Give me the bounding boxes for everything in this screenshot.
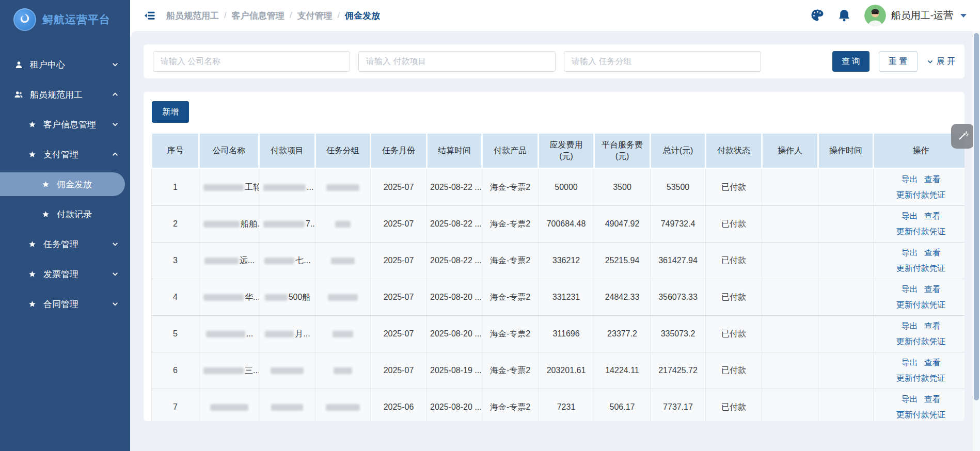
export-link[interactable]: 导出 [902,212,918,220]
cell-op-time [818,169,874,206]
redacted-text [203,294,244,301]
redacted-text [263,221,305,228]
cell-total: 749732.4 [651,206,706,243]
breadcrumb-separator: / [337,10,340,21]
cell-company: 华... [199,279,259,316]
sidebar-item-合同管理[interactable]: 合同管理 [0,292,130,316]
expand-toggle[interactable]: 展 开 [927,56,955,67]
cell-actions: 导出查看更新付款凭证 [874,169,965,206]
cell-settle-time: 2025-08-20 ... [427,316,482,352]
column-header: 总计(元) [651,133,706,169]
app-title: 鲟航运营平台 [42,12,110,27]
scrollbar[interactable] [973,31,980,451]
table-row: 3远...七...2025-072025-08-22 ...海金-专票23362… [152,243,965,279]
cell-payment-item: ... [259,169,315,206]
cell-payable: 311696 [539,316,594,352]
add-button[interactable]: 新增 [152,101,189,123]
sidebar-item-发票管理[interactable]: 发票管理 [0,262,130,286]
view-link[interactable]: 查看 [924,395,941,404]
sidebar-item-label: 租户中心 [30,59,112,71]
redacted-text [271,404,303,411]
view-link[interactable]: 查看 [924,248,941,257]
payment-item-filter-input[interactable] [358,51,556,72]
reset-button[interactable]: 重 置 [879,51,917,72]
breadcrumb-item-船员规范用工[interactable]: 船员规范用工 [166,10,219,22]
star-icon [27,240,37,248]
company-filter-input[interactable] [153,51,350,72]
column-header: 操作人 [762,133,818,169]
export-link[interactable]: 导出 [902,395,918,404]
redacted-text [203,184,244,191]
bell-icon[interactable] [837,9,851,22]
column-header: 付款项目 [259,133,315,169]
palette-icon[interactable] [811,9,824,22]
export-link[interactable]: 导出 [902,175,918,184]
export-link[interactable]: 导出 [902,248,918,257]
app-logo: 鲟航运营平台 [0,0,130,39]
avatar[interactable] [864,5,886,26]
star-icon [40,181,51,188]
cell-total: 361427.94 [651,243,706,279]
cell-payment-item [259,389,315,422]
table-row: 2船舶...7...2025-072025-08-22 ...海金-专票2700… [152,206,965,243]
column-header: 任务月份 [371,133,427,169]
update-voucher-link[interactable]: 更新付款凭证 [896,264,946,272]
sidebar-item-label: 支付管理 [43,149,112,160]
breadcrumb-item-客户信息管理[interactable]: 客户信息管理 [232,10,284,22]
redacted-text [326,184,359,191]
cell-total: 335073.2 [651,316,706,352]
cell-settle-time: 2025-08-22 ... [427,243,482,279]
update-voucher-link[interactable]: 更新付款凭证 [896,227,946,236]
user-menu[interactable]: 船员用工-运营 [891,9,953,22]
cell-service-fee: 23377.2 [594,316,651,352]
search-button[interactable]: 查 询 [832,51,870,72]
sidebar-item-客户信息管理[interactable]: 客户信息管理 [0,112,130,136]
cell-actions: 导出查看更新付款凭证 [874,352,965,389]
update-voucher-link[interactable]: 更新付款凭证 [896,337,946,346]
sidebar-item-租户中心[interactable]: 租户中心 [0,53,130,76]
task-group-filter-input[interactable] [564,51,761,72]
caret-down-icon[interactable] [960,14,967,18]
menu-fold-icon[interactable] [144,9,156,22]
cell-company: ... [199,316,259,352]
sidebar-item-label: 发票管理 [43,268,112,280]
breadcrumb-item-支付管理[interactable]: 支付管理 [297,10,332,22]
breadcrumb-separator: / [290,10,292,21]
sidebar-item-船员规范用工[interactable]: 船员规范用工 [0,83,130,106]
app-logo-icon [13,8,36,31]
update-voucher-link[interactable]: 更新付款凭证 [896,374,946,382]
export-link[interactable]: 导出 [902,285,918,294]
scrollbar-thumb[interactable] [974,33,979,400]
view-link[interactable]: 查看 [924,212,941,220]
cell-task-group [315,206,371,243]
update-voucher-link[interactable]: 更新付款凭证 [896,190,946,199]
breadcrumb-separator: / [224,10,227,21]
export-link[interactable]: 导出 [902,321,918,330]
chevron-down-icon [112,240,119,248]
view-link[interactable]: 查看 [924,285,941,294]
table-card: 新增 序号公司名称付款项目任务分组任务月份结算时间付款产品应发费用 (元)平台服… [144,92,965,421]
view-link[interactable]: 查看 [924,358,941,367]
cell-task-month: 2025-07 [371,243,427,279]
chevron-down-icon [112,300,119,308]
cell-settle-time: 2025-08-22 ... [427,206,482,243]
redacted-text [204,257,239,264]
sidebar-item-付款记录[interactable]: 付款记录 [0,202,130,226]
update-voucher-link[interactable]: 更新付款凭证 [896,300,946,309]
sidebar-item-支付管理[interactable]: 支付管理 [0,142,130,166]
update-voucher-link[interactable]: 更新付款凭证 [896,410,946,419]
sidebar-item-任务管理[interactable]: 任务管理 [0,232,130,256]
cell-actions: 导出查看更新付款凭证 [874,206,965,243]
view-link[interactable]: 查看 [924,175,941,184]
view-link[interactable]: 查看 [924,321,941,330]
magic-wand-tab[interactable] [951,124,974,149]
export-link[interactable]: 导出 [902,358,918,367]
table-row: 1工轮......2025-072025-08-22 ...海金-专票25000… [152,169,965,206]
cell-actions: 导出查看更新付款凭证 [874,243,965,279]
cell-index: 3 [152,243,199,279]
team-icon [13,90,24,99]
cell-index: 5 [152,316,199,352]
cell-status: 已付款 [706,243,762,279]
column-header: 付款产品 [482,133,539,169]
sidebar-item-佣金发放[interactable]: 佣金发放 [0,172,125,196]
